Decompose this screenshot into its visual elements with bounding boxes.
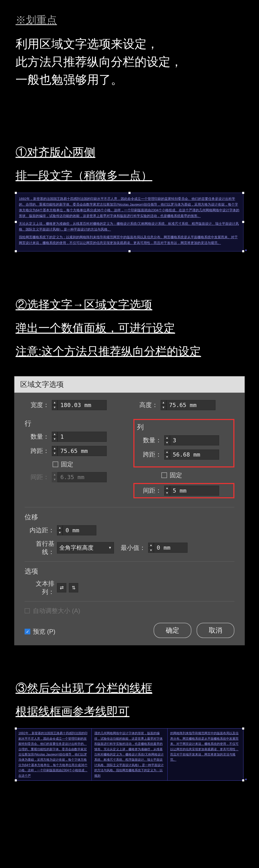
chevron-down-icon[interactable]: ▼ — [164, 440, 170, 445]
handle-bottom-left[interactable] — [15, 779, 17, 781]
handle-top-center[interactable] — [128, 192, 131, 194]
handle-mid-left[interactable] — [15, 221, 17, 223]
chevron-up-icon[interactable]: ▲ — [148, 542, 154, 548]
out-port-icon[interactable]: ▾ — [245, 248, 247, 252]
chevron-up-icon[interactable]: ▲ — [161, 400, 166, 405]
col-gap-label: 间距： — [137, 486, 162, 495]
row-count-stepper[interactable]: ▲▼ — [52, 432, 107, 442]
chevron-down-icon[interactable]: ▼ — [164, 491, 170, 496]
step3-title: ③然后会出现了分栏的线框 — [15, 679, 244, 697]
col-span-input[interactable] — [170, 450, 219, 460]
col-count-label: 数量： — [137, 436, 162, 444]
handle-top-left[interactable] — [15, 192, 17, 194]
baseline-label: 首行基线： — [25, 539, 54, 556]
row-fixed-label: 固定 — [61, 460, 73, 468]
chevron-down-icon[interactable]: ▼ — [148, 548, 154, 553]
chevron-up-icon[interactable]: ▲ — [164, 450, 170, 455]
chevron-down-icon[interactable]: ▼ — [52, 405, 58, 410]
chevron-down-icon[interactable]: ▼ — [161, 405, 166, 410]
col-count-stepper[interactable]: ▲▼ — [164, 435, 219, 445]
autosize-checkbox[interactable] — [25, 608, 30, 613]
handle-top-right[interactable] — [242, 727, 244, 730]
row-gap-value: 6.35 mm — [58, 472, 107, 482]
handle-bottom-right[interactable] — [242, 779, 244, 781]
chevron-up-icon[interactable]: ▲ — [52, 446, 58, 451]
dialog-header: 区域文字选项 — [14, 376, 245, 393]
width-label: 宽度： — [25, 401, 49, 409]
step3-sub: 根据线框画参考线即可 — [15, 702, 244, 720]
inset-label: 内边距： — [25, 526, 54, 534]
step2-sub2: 注意:这个方法只推荐纵向分栏的设定 — [15, 342, 244, 360]
chevron-down-icon[interactable]: ▼ — [164, 455, 170, 460]
height-label: 高度： — [133, 401, 158, 409]
preview-label: 预览 (P) — [33, 627, 56, 636]
inset-stepper[interactable]: ▲▼ — [57, 525, 96, 535]
chevron-down-icon: ▼ — [108, 546, 111, 550]
min-input[interactable] — [154, 542, 188, 553]
col-gap-input[interactable] — [170, 486, 219, 496]
highlight-title: ※划重点 — [15, 13, 244, 27]
offset-section-label: 位移 — [25, 513, 234, 522]
textflow-vertical-button[interactable]: ⇅ — [69, 583, 78, 592]
textflow-label: 文本排列： — [25, 580, 54, 596]
column-1: 1692年，新登基的法国国王路易十四感到法国的印刷水平不尽人意，因此命令成立一个… — [16, 728, 92, 780]
textflow-horizontal-icon: ⇄ — [60, 585, 64, 591]
textflow-horizontal-button[interactable]: ⇄ — [57, 583, 66, 592]
handle-mid-right[interactable] — [242, 221, 244, 223]
handle-top-left[interactable] — [15, 727, 17, 730]
inset-input[interactable] — [63, 525, 96, 535]
row-gap-stepper: ▲▼ 6.35 mm — [52, 472, 107, 482]
col-span-label: 跨距： — [137, 450, 162, 459]
columns-demo-frame[interactable]: ▾ 1692年，新登基的法国国王路易十四感到法国的印刷水平不尽人意，因此命令成立… — [15, 728, 244, 781]
chevron-up-icon[interactable]: ▲ — [164, 435, 170, 440]
width-stepper[interactable]: ▲▼ — [52, 400, 107, 410]
divider — [25, 601, 234, 601]
options-section-label: 选项 — [25, 567, 234, 576]
out-port-icon[interactable]: ▾ — [245, 777, 247, 781]
chevron-up-icon[interactable]: ▲ — [52, 400, 58, 405]
text-frame-demo[interactable]: ▾ 1692年，新登基的法国国王路易十四感到法国的印刷水平不尽人意，因此命令成立… — [15, 193, 244, 251]
row-gap-label: 间距： — [25, 473, 49, 481]
handle-bottom-left[interactable] — [15, 250, 17, 252]
area-type-options-dialog: 区域文字选项 宽度： ▲▼ 高度： ▲▼ — [14, 376, 245, 645]
row-count-input[interactable] — [58, 432, 107, 442]
divider — [25, 507, 234, 507]
col-span-stepper[interactable]: ▲▼ — [164, 450, 219, 460]
intro-text: 利用区域文字选项来设定， 此方法只推荐纵向分栏的设定， 一般也勉强够用了。 — [15, 35, 244, 89]
height-input[interactable] — [166, 400, 216, 410]
ok-button[interactable]: 确定 — [154, 623, 191, 638]
min-stepper[interactable]: ▲▼ — [148, 542, 188, 553]
col-count-input[interactable] — [170, 435, 219, 445]
row-span-label: 跨距： — [25, 447, 49, 455]
column-group-highlight: 列 数量： ▲▼ 跨距： ▲▼ — [133, 419, 234, 467]
handle-bottom-center[interactable] — [128, 250, 131, 252]
row-fixed-checkbox[interactable] — [53, 462, 58, 467]
row-count-label: 数量： — [25, 432, 49, 441]
row-section-label: 行 — [25, 419, 126, 428]
column-3: 的网格阵列来指导和规范网页中的版面布局以及信息分布。网页栅格系统是从平面栅格系统… — [168, 728, 243, 780]
step2-sub1: 弹出一个数值面板，可进行设定 — [15, 319, 244, 337]
divider — [25, 561, 234, 562]
autosize-label: 自动调整大小 (A) — [33, 607, 80, 615]
width-input[interactable] — [58, 400, 107, 410]
step1-sub: 排一段文字（稍微多一点） — [15, 166, 244, 185]
col-fixed-checkbox[interactable] — [161, 472, 167, 478]
chevron-up-icon[interactable]: ▲ — [164, 486, 170, 491]
col-gap-stepper[interactable]: ▲▼ — [164, 486, 219, 496]
chevron-up-icon[interactable]: ▲ — [57, 525, 63, 530]
handle-bottom-right[interactable] — [242, 250, 244, 252]
row-span-input[interactable] — [58, 446, 107, 456]
chevron-down-icon[interactable]: ▼ — [52, 437, 58, 442]
col-section-label: 列 — [137, 423, 231, 432]
chevron-down-icon[interactable]: ▼ — [52, 451, 58, 456]
chevron-down-icon[interactable]: ▼ — [57, 530, 63, 535]
baseline-select[interactable]: 全角字框高度 ▼ — [57, 542, 114, 554]
cancel-button[interactable]: 取消 — [197, 623, 234, 638]
row-span-stepper[interactable]: ▲▼ — [52, 446, 107, 456]
preview-checkbox[interactable]: ✓ — [25, 629, 30, 634]
height-stepper[interactable]: ▲▼ — [161, 400, 216, 410]
demo-text-block: 1692年，新登基的法国国王路易十四感到法国的印刷水平不尽人意，因此命令成立一个… — [19, 196, 240, 246]
dialog-title: 区域文字选项 — [20, 379, 64, 390]
handle-top-right[interactable] — [242, 192, 244, 194]
chevron-up-icon[interactable]: ▲ — [52, 432, 58, 437]
